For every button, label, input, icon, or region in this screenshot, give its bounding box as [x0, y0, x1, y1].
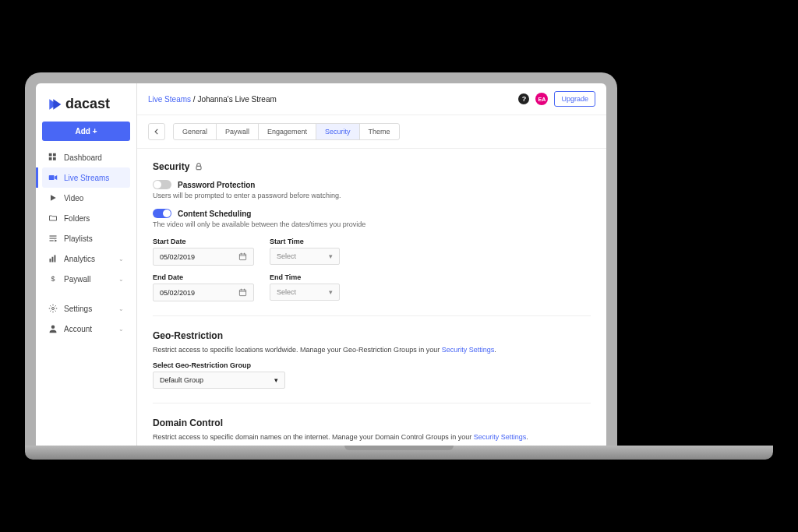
content-scheduling-row: Content Scheduling — [153, 209, 591, 218]
start-time-label: Start Time — [270, 238, 340, 245]
tab-security[interactable]: Security — [316, 124, 360, 139]
tab-theme[interactable]: Theme — [360, 124, 399, 139]
end-time-label: End Time — [270, 273, 340, 281]
app-root: dacast Add + Dashboard Live Streams Vide… — [36, 83, 606, 446]
start-date-value: 05/02/2019 — [160, 253, 195, 261]
tab-general[interactable]: General — [174, 124, 217, 139]
breadcrumb-root-link[interactable]: Live Steams — [148, 95, 191, 104]
svg-rect-2 — [49, 157, 52, 160]
sidebar-item-dashboard[interactable]: Dashboard — [42, 147, 130, 167]
geo-group-label: Select Geo-Restriction Group — [153, 361, 591, 369]
tab-engagement[interactable]: Engagement — [259, 124, 316, 139]
start-date-field: Start Date 05/02/2019 — [153, 238, 254, 266]
geo-group-field: Select Geo-Restriction Group Default Gro… — [153, 361, 591, 389]
domain-security-settings-link[interactable]: Security Settings — [474, 433, 527, 441]
password-protection-desc: Users will be prompted to enter a passwo… — [153, 192, 591, 199]
end-date-input[interactable]: 05/02/2019 — [153, 284, 254, 301]
play-icon — [48, 193, 58, 203]
sidebar-item-folders[interactable]: Folders — [42, 208, 130, 228]
geo-group-value: Default Group — [160, 376, 203, 384]
brand-logo[interactable]: dacast — [47, 96, 125, 112]
end-time-value: Select — [277, 288, 296, 296]
sidebar-item-analytics[interactable]: Analytics ⌄ — [42, 248, 130, 269]
domain-control-title: Domain Control — [153, 417, 591, 428]
breadcrumb-current: Johanna's Live Stream — [197, 95, 276, 104]
sidebar-item-label: Analytics — [64, 255, 95, 263]
end-time-select[interactable]: Select ▾ — [270, 284, 340, 301]
sidebar-item-playlists[interactable]: Playlists — [42, 228, 130, 248]
domain-desc-suffix: . — [526, 433, 528, 441]
svg-rect-4 — [49, 175, 55, 180]
svg-rect-3 — [53, 157, 56, 160]
chevron-down-icon: ▾ — [329, 288, 333, 296]
topbar: Live Steams / Johanna's Live Stream ? EA… — [137, 83, 606, 115]
start-time-select[interactable]: Select ▾ — [270, 248, 340, 265]
calendar-icon — [238, 252, 247, 261]
sidebar-item-label: Settings — [64, 305, 92, 313]
end-date-label: End Date — [153, 273, 254, 281]
end-date-value: 05/02/2019 — [160, 289, 195, 297]
sidebar-item-account[interactable]: Account ⌄ — [42, 319, 130, 339]
start-time-value: Select — [277, 252, 296, 260]
chevron-down-icon: ▾ — [274, 376, 278, 384]
chevron-down-icon: ⌄ — [118, 326, 124, 333]
sidebar-item-label: Dashboard — [64, 153, 102, 162]
svg-rect-14 — [196, 166, 201, 170]
password-protection-toggle[interactable] — [153, 180, 171, 189]
start-row: Start Date 05/02/2019 Start Time Select … — [153, 238, 591, 266]
calendar-icon — [238, 288, 247, 297]
lock-icon — [194, 162, 203, 171]
upgrade-button[interactable]: Upgrade — [554, 91, 595, 107]
screen: dacast Add + Dashboard Live Streams Vide… — [36, 83, 606, 446]
svg-rect-8 — [50, 259, 51, 262]
svg-rect-0 — [49, 153, 52, 157]
brand-name: dacast — [65, 96, 110, 112]
sidebar-item-live-streams[interactable]: Live Streams — [42, 167, 130, 188]
sidebar-item-label: Paywall — [64, 275, 90, 284]
start-time-field: Start Time Select ▾ — [270, 238, 340, 266]
avatar[interactable]: EA — [535, 93, 548, 105]
start-date-input[interactable]: 05/02/2019 — [153, 248, 254, 266]
help-icon[interactable]: ? — [518, 93, 529, 104]
tabbar: General Paywall Engagement Security Them… — [137, 115, 606, 149]
chevron-left-icon — [153, 128, 161, 136]
security-title-text: Security — [153, 161, 189, 172]
geo-restriction-desc: Restrict access to specific locations wo… — [153, 346, 591, 354]
content-scheduling-label: Content Scheduling — [178, 210, 251, 218]
sidebar-item-label: Playlists — [64, 234, 93, 243]
svg-point-12 — [52, 308, 55, 310]
domain-desc-prefix: Restrict access to specific domain names… — [153, 433, 474, 441]
laptop-base — [25, 446, 773, 460]
sidebar-item-label: Video — [64, 194, 83, 203]
geo-security-settings-link[interactable]: Security Settings — [442, 346, 495, 354]
sidebar-item-label: Account — [64, 325, 92, 333]
svg-rect-15 — [239, 254, 245, 260]
back-button[interactable] — [148, 123, 165, 140]
playlist-icon — [48, 234, 58, 243]
chevron-down-icon: ⌄ — [118, 255, 124, 262]
password-protection-label: Password Protection — [178, 181, 255, 189]
content-scheduling-desc: The video will only be available between… — [153, 220, 591, 228]
person-icon — [48, 324, 58, 333]
add-button[interactable]: Add + — [42, 122, 130, 141]
topbar-right: ? EA Upgrade — [518, 91, 595, 107]
laptop-frame: dacast Add + Dashboard Live Streams Vide… — [25, 72, 617, 446]
content-scheduling-toggle[interactable] — [153, 209, 171, 218]
chevron-down-icon: ▾ — [329, 252, 333, 260]
analytics-icon — [48, 254, 58, 263]
password-protection-row: Password Protection — [153, 180, 591, 189]
laptop-notch — [344, 446, 454, 450]
sidebar-item-paywall[interactable]: $ Paywall ⌄ — [42, 269, 130, 289]
sidebar: dacast Add + Dashboard Live Streams Vide… — [36, 83, 137, 446]
divider — [153, 403, 591, 403]
sidebar-item-video[interactable]: Video — [42, 188, 130, 208]
geo-group-select[interactable]: Default Group ▾ — [153, 372, 285, 389]
camera-icon — [48, 173, 58, 182]
chevron-down-icon: ⌄ — [118, 276, 124, 283]
chevron-down-icon: ⌄ — [118, 305, 124, 312]
gear-icon — [48, 304, 58, 313]
svg-text:$: $ — [51, 275, 55, 283]
tab-paywall[interactable]: Paywall — [217, 124, 259, 139]
sidebar-item-settings[interactable]: Settings ⌄ — [42, 298, 130, 319]
geo-desc-prefix: Restrict access to specific locations wo… — [153, 346, 442, 354]
